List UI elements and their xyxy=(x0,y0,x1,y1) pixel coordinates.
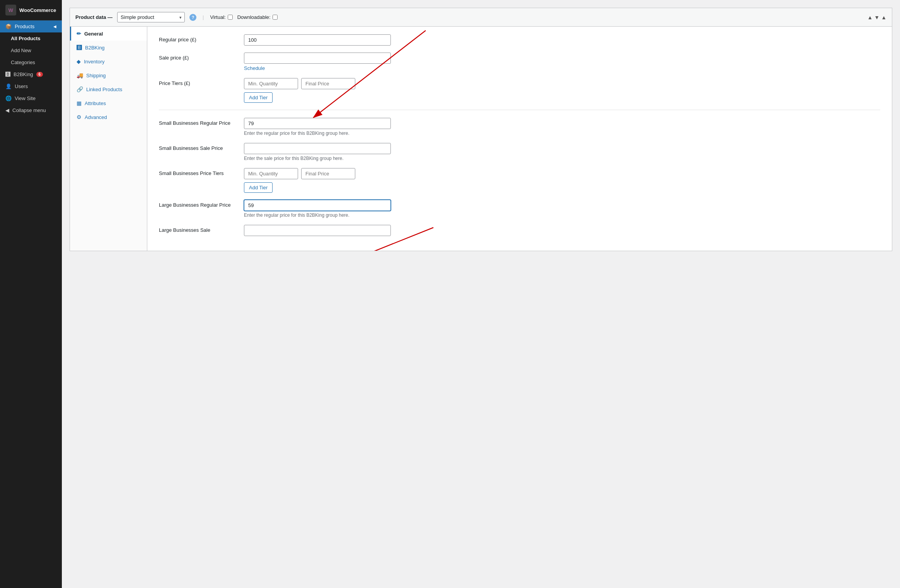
sale-price-input[interactable] xyxy=(244,53,391,64)
product-data-header: Product data — Simple product Variable p… xyxy=(70,8,892,27)
sidebar-item-b2bking[interactable]: 🅱 B2BKing 6 xyxy=(0,68,62,80)
regular-price-row: Regular price (£) xyxy=(159,34,880,46)
sale-price-label: Sale price (£) xyxy=(159,53,244,61)
users-label: Users xyxy=(15,83,28,89)
small-biz-tiers-row: Small Businesses Price Tiers Add Tier xyxy=(159,168,880,193)
collapse-label: Collapse menu xyxy=(12,107,46,113)
small-biz-min-qty-input[interactable] xyxy=(244,168,298,179)
min-quantity-input[interactable] xyxy=(244,78,298,89)
price-tiers-row: Price Tiers (£) Add Tier xyxy=(159,78,880,103)
nav-item-inventory[interactable]: ◆ Inventory xyxy=(70,54,147,68)
arrow-icon: ◀ xyxy=(53,24,56,29)
collapse-icon: ◀ xyxy=(5,107,9,113)
nav-item-linked-products[interactable]: 🔗 Linked Products xyxy=(70,82,147,96)
large-biz-sale-label: Large Businesses Sale xyxy=(159,225,244,233)
product-data-label: Product data — xyxy=(75,14,112,20)
small-biz-tier-inputs xyxy=(244,168,391,179)
price-tiers-input-wrap: Add Tier xyxy=(244,78,391,103)
sidebar-item-products[interactable]: 📦 Products ◀ xyxy=(0,20,62,32)
sidebar-item-users[interactable]: 👤 Users xyxy=(0,80,62,92)
small-biz-sale-row: Small Businesses Sale Price Enter the sa… xyxy=(159,143,880,161)
nav-general-label: General xyxy=(84,31,103,37)
small-biz-regular-input[interactable] xyxy=(244,118,391,129)
small-biz-regular-input-wrap: Enter the regular price for this B2BKing… xyxy=(244,118,391,136)
large-biz-sale-input[interactable] xyxy=(244,225,391,236)
sidebar: W WooCommerce 📦 Products ◀ All Products … xyxy=(0,0,62,588)
sidebar-logo[interactable]: W WooCommerce xyxy=(0,0,62,20)
sale-price-input-wrap: Schedule xyxy=(244,53,391,71)
large-biz-regular-row: Large Businesses Regular Price Enter the… xyxy=(159,200,880,218)
panel-nav: ✏ General 🅱 B2BKing ◆ Inventory 🚚 Shippi… xyxy=(70,27,147,251)
small-biz-final-price-input[interactable] xyxy=(301,168,355,179)
main-content: Product data — Simple product Variable p… xyxy=(62,0,900,588)
sidebar-item-view-site[interactable]: 🌐 View Site xyxy=(0,92,62,104)
section-divider xyxy=(159,110,880,110)
sidebar-item-all-products[interactable]: All Products xyxy=(0,32,62,44)
arrow-expand-icon[interactable]: ▲ xyxy=(881,14,886,20)
sidebar-item-categories[interactable]: Categories xyxy=(0,56,62,68)
small-biz-add-tier-button[interactable]: Add Tier xyxy=(244,182,273,193)
small-biz-regular-desc: Enter the regular price for this B2BKing… xyxy=(244,131,391,136)
add-tier-button[interactable]: Add Tier xyxy=(244,92,273,103)
b2bking-icon: 🅱 xyxy=(5,71,10,77)
help-icon[interactable]: ? xyxy=(189,14,196,21)
regular-price-input[interactable] xyxy=(244,34,391,46)
b2bking-nav-icon: 🅱 xyxy=(77,44,82,51)
small-biz-tiers-input-wrap: Add Tier xyxy=(244,168,391,193)
product-type-select[interactable]: Simple product Variable product Grouped … xyxy=(117,12,185,22)
virtual-checkbox[interactable] xyxy=(228,15,233,20)
panel-content: Regular price (£) Sale price (£) Schedul… xyxy=(147,27,892,251)
virtual-text: Virtual: xyxy=(210,14,225,20)
sidebar-item-collapse[interactable]: ◀ Collapse menu xyxy=(0,104,62,116)
all-products-label: All Products xyxy=(11,36,41,41)
header-arrows: ▲ ▼ ▲ xyxy=(867,14,886,20)
price-tiers-label: Price Tiers (£) xyxy=(159,78,244,86)
small-biz-regular-label: Small Businesses Regular Price xyxy=(159,118,244,126)
nav-item-advanced[interactable]: ⚙ Advanced xyxy=(70,110,147,124)
downloadable-text: Downloadable: xyxy=(237,14,271,20)
arrow-down-icon[interactable]: ▼ xyxy=(874,14,880,20)
nav-item-shipping[interactable]: 🚚 Shipping xyxy=(70,68,147,82)
downloadable-label[interactable]: Downloadable: xyxy=(237,14,278,20)
sidebar-item-label: Products xyxy=(15,24,34,29)
panel-body: ✏ General 🅱 B2BKing ◆ Inventory 🚚 Shippi… xyxy=(70,27,892,251)
nav-b2bking-label: B2BKing xyxy=(85,45,105,51)
nav-item-attributes[interactable]: ▦ Attributes xyxy=(70,96,147,110)
attributes-icon: ▦ xyxy=(77,100,82,106)
nav-attributes-label: Attributes xyxy=(85,100,106,106)
nav-item-general[interactable]: ✏ General xyxy=(70,27,147,41)
schedule-link[interactable]: Schedule xyxy=(244,65,391,71)
inventory-icon: ◆ xyxy=(77,58,81,65)
virtual-label[interactable]: Virtual: xyxy=(210,14,232,20)
downloadable-checkbox[interactable] xyxy=(273,15,278,20)
price-tiers-inputs xyxy=(244,78,391,89)
general-icon: ✏ xyxy=(77,31,81,37)
large-biz-regular-input-wrap: Enter the regular price for this B2BKing… xyxy=(244,200,391,218)
small-biz-sale-input[interactable] xyxy=(244,143,391,154)
final-price-input[interactable] xyxy=(301,78,355,89)
app-title: WooCommerce xyxy=(19,7,56,13)
regular-price-label: Regular price (£) xyxy=(159,34,244,42)
b2bking-badge: 6 xyxy=(36,72,43,77)
nav-shipping-label: Shipping xyxy=(86,73,106,78)
arrow-up-icon[interactable]: ▲ xyxy=(867,14,873,20)
add-new-label: Add New xyxy=(11,48,31,53)
large-biz-sale-row: Large Businesses Sale xyxy=(159,225,880,236)
categories-label: Categories xyxy=(11,59,35,65)
products-icon: 📦 xyxy=(5,24,12,29)
woo-logo: W xyxy=(5,5,16,15)
shipping-icon: 🚚 xyxy=(77,72,83,78)
sidebar-item-add-new[interactable]: Add New xyxy=(0,44,62,56)
large-biz-sale-input-wrap xyxy=(244,225,391,236)
users-icon: 👤 xyxy=(5,83,12,89)
small-biz-sale-input-wrap: Enter the sale price for this B2BKing gr… xyxy=(244,143,391,161)
product-type-wrapper[interactable]: Simple product Variable product Grouped … xyxy=(117,12,185,22)
large-biz-regular-label: Large Businesses Regular Price xyxy=(159,200,244,208)
b2bking-label: B2BKing xyxy=(14,71,33,77)
sale-price-row: Sale price (£) Schedule xyxy=(159,53,880,71)
divider-pipe: | xyxy=(203,14,204,20)
regular-price-input-wrap xyxy=(244,34,391,46)
large-biz-regular-input[interactable] xyxy=(244,200,391,211)
nav-item-b2bking[interactable]: 🅱 B2BKing xyxy=(70,41,147,54)
product-data-panel: Product data — Simple product Variable p… xyxy=(70,8,892,251)
